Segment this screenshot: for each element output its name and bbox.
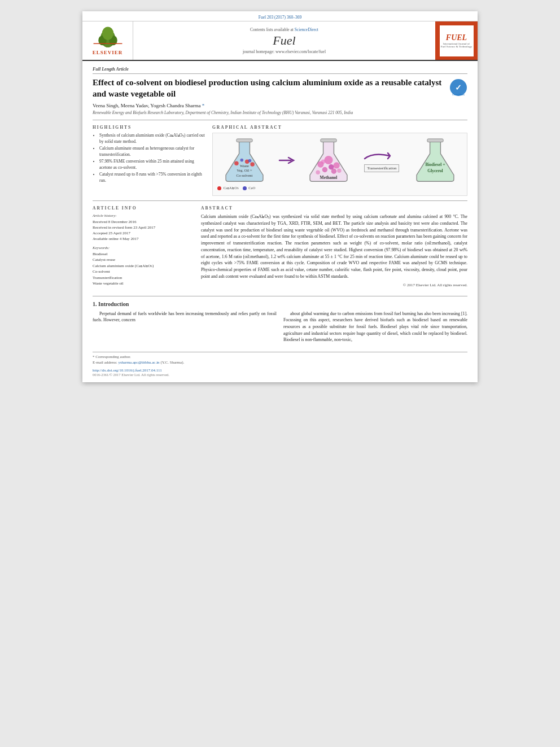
fuel-logo-inner: FUEL International Journal ofFuel Scienc…: [440, 25, 474, 56]
highlights-graphical-section: HIGHLIGHTS Synthesis of calcium aluminiu…: [93, 120, 467, 196]
svg-point-4: [102, 27, 113, 40]
title-area: ✓ CrossMark Effect of co-solvent on biod…: [93, 77, 467, 99]
abstract-label: ABSTRACT: [201, 206, 467, 211]
svg-point-17: [248, 159, 252, 163]
svg-point-22: [322, 167, 327, 172]
intro-columns: Perpetual demand of fuels worldwide has …: [93, 311, 467, 346]
arrow-right-icon: [278, 155, 295, 166]
flask1-svg: Waste Veg. Oil + Co-solvent: [219, 138, 270, 183]
article-title: Effect of co-solvent on biodiesel produc…: [93, 77, 467, 99]
svg-text:✓: ✓: [455, 84, 462, 92]
journal-center: Contents lists available at ScienceDirec…: [133, 21, 435, 60]
svg-text:CrossMark: CrossMark: [452, 93, 465, 96]
doi-link[interactable]: http://dx.doi.org/10.1016/j.fuel.2017.04…: [93, 368, 467, 373]
svg-rect-29: [427, 139, 443, 142]
fuel-logo-sub: International Journal ofFuel Science & T…: [441, 42, 473, 48]
svg-text:Methanol: Methanol: [320, 175, 338, 180]
keyword-1: Biodiesel: [93, 251, 194, 257]
intro-para-1: Perpetual demand of fuels worldwide has …: [93, 311, 277, 324]
highlights-section: HIGHLIGHTS Synthesis of calcium aluminiu…: [93, 125, 205, 196]
intro-col-1: Perpetual demand of fuels worldwide has …: [93, 311, 277, 346]
email-note: E-mail address: ysharma.apc@iitbhu.ac.in…: [93, 360, 467, 366]
highlights-list: Synthesis of calcium aluminium oxide (Ca…: [93, 133, 205, 184]
legend-dot-red: [217, 186, 221, 190]
intro-title: 1. Introduction: [93, 301, 467, 307]
journal-homepage-label: journal homepage: www.elsevier.com/locat…: [243, 49, 326, 54]
intro-para-2: about global warming due to carbon emiss…: [283, 311, 467, 343]
corresponding-note: * Corresponding author.: [93, 355, 467, 360]
corresponding-star: *: [202, 103, 205, 108]
svg-text:Biodiesel +: Biodiesel +: [425, 162, 445, 167]
revised-date: Received in revised form 23 April 2017: [93, 225, 194, 231]
svg-point-24: [316, 170, 320, 174]
elsevier-brand-text: ELSEVIER: [93, 50, 123, 55]
intro-col-2: about global warming due to carbon emiss…: [283, 311, 467, 346]
authors-names: Veena Singh, Meena Yadav, Yogesh Chandra…: [93, 103, 204, 108]
svg-point-13: [234, 161, 239, 165]
highlight-item-2: Calcium aluminate ensued as heterogeneou…: [99, 146, 205, 158]
citation-line: Fuel 203 (2017) 360–369: [82, 11, 478, 21]
ga-legend: Ca₂Al₂O₅ CaO: [217, 185, 462, 191]
article-content: Full Length Article ✓ CrossMark Effect o…: [82, 61, 478, 382]
flask-3: Biodiesel + Glycerol: [410, 138, 461, 183]
keywords-block: Keywords: Biodiesel Catalyst-reuse Calci…: [93, 246, 194, 287]
flask3-svg: Biodiesel + Glycerol: [410, 138, 461, 183]
legend-item-1: Ca₂Al₂O₅: [217, 186, 240, 190]
keyword-6: Waste vegetable oil: [93, 281, 194, 287]
issn-line: 0016-2361/© 2017 Elsevier Ltd. All right…: [93, 373, 467, 377]
elsevier-logo-area: ELSEVIER: [82, 21, 133, 60]
keywords-title: Keywords:: [93, 246, 194, 250]
svg-rect-5: [93, 43, 122, 44]
info-abstract-section: ARTICLE INFO Article history: Received 8…: [93, 200, 467, 290]
highlight-item-1: Synthesis of calcium aluminium oxide (Ca…: [99, 133, 205, 145]
graphical-abstract-section: GRAPHICAL ABSTRACT Waste Veg. Oil +: [212, 125, 467, 196]
abstract-panel: ABSTRACT Calcium aluminium oxide (Ca₂Al₂…: [201, 206, 467, 290]
fuel-logo-text: FUEL: [446, 33, 467, 42]
article-info-panel: ARTICLE INFO Article history: Received 8…: [93, 206, 194, 290]
svg-point-26: [321, 160, 326, 164]
article-info-label: ARTICLE INFO: [93, 206, 194, 211]
highlight-item-4: Catalyst reused up to 8 runs with >75% c…: [99, 172, 205, 184]
article-history-block: Article history: Received 8 December 201…: [93, 213, 194, 242]
footnote-area: * Corresponding author. E-mail address: …: [93, 352, 467, 377]
article-history-title: Article history:: [93, 213, 194, 218]
svg-point-25: [329, 164, 334, 169]
svg-point-27: [337, 169, 342, 173]
highlight-item-3: 97.98% FAME conversion within 25 min att…: [99, 159, 205, 171]
ga-diagram-area: Waste Veg. Oil + Co-solvent: [217, 138, 462, 183]
keyword-5: Transesterification: [93, 275, 194, 281]
flask-1: Waste Veg. Oil + Co-solvent: [219, 138, 270, 183]
svg-text:Glycerol: Glycerol: [427, 168, 443, 173]
sciencedirect-anchor[interactable]: ScienceDirect: [295, 27, 318, 32]
elsevier-tree-icon: [91, 26, 125, 49]
svg-text:Co-solvent: Co-solvent: [237, 173, 253, 177]
journal-title: Fuel: [273, 33, 295, 48]
svg-point-16: [240, 159, 244, 162]
keyword-4: Co-solvent: [93, 269, 194, 275]
svg-point-15: [251, 162, 255, 167]
graphical-abstract-label: GRAPHICAL ABSTRACT: [212, 125, 467, 130]
flask2-svg: Methanol: [303, 138, 354, 183]
graphical-abstract-diagram: Waste Veg. Oil + Co-solvent: [212, 133, 467, 196]
legend-dot-blue: [243, 186, 247, 190]
journal-header: ELSEVIER Contents lists available at Sci…: [82, 21, 478, 61]
svg-rect-18: [321, 139, 336, 142]
affiliation-text: Renewable Energy and Biofuels Research L…: [93, 110, 467, 115]
crossmark-icon: ✓ CrossMark: [449, 78, 467, 97]
keyword-3: Calcium aluminium oxide (Ca₂Al₂O₅): [93, 263, 194, 269]
flask-2: Methanol: [303, 138, 354, 183]
transesterification-label: Transesterification: [364, 164, 399, 172]
svg-text:Veg. Oil +: Veg. Oil +: [237, 168, 253, 172]
fuel-logo-box: FUEL International Journal ofFuel Scienc…: [435, 21, 478, 60]
svg-rect-9: [237, 139, 252, 142]
citation-text: Fuel 203 (2017) 360–369: [259, 15, 301, 20]
authors-line: Veena Singh, Meena Yadav, Yogesh Chandra…: [93, 103, 467, 108]
legend-item-2: CaO: [243, 186, 256, 190]
article-type-label: Full Length Article: [93, 67, 467, 74]
svg-text:Waste: Waste: [240, 164, 249, 168]
available-date: Available online 4 May 2017: [93, 237, 194, 242]
email-link[interactable]: ysharma.apc@iitbhu.ac.in: [119, 360, 160, 365]
copyright-text: © 2017 Elsevier Ltd. All rights reserved…: [201, 283, 467, 287]
reaction-arrow: [278, 155, 295, 166]
accepted-date: Accepted 25 April 2017: [93, 231, 194, 237]
